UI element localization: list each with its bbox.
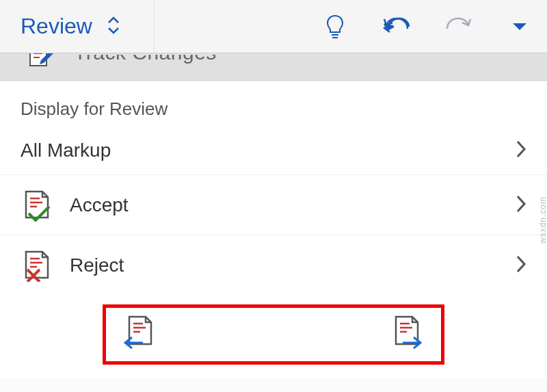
- track-changes-row[interactable]: Track Changes: [0, 53, 547, 81]
- track-changes-label: Track Changes: [74, 53, 217, 64]
- track-changes-icon: [27, 53, 55, 74]
- redo-button[interactable]: [444, 13, 472, 40]
- all-markup-row[interactable]: All Markup: [0, 127, 547, 174]
- undo-button[interactable]: [383, 13, 410, 40]
- next-change-button[interactable]: [390, 315, 423, 354]
- toolbar: Review: [0, 0, 547, 53]
- chevron-right-icon: [516, 254, 526, 276]
- watermark: wsxdn.com: [538, 196, 547, 244]
- ribbon-tab-label: Review: [21, 14, 92, 39]
- chevron-right-icon: [516, 140, 526, 161]
- accept-row[interactable]: Accept: [0, 174, 547, 235]
- more-dropdown-button[interactable]: [506, 13, 533, 40]
- nav-highlight-box: [0, 295, 547, 378]
- lightbulb-button[interactable]: [321, 13, 349, 40]
- svg-marker-2: [513, 23, 526, 30]
- reject-icon: [21, 249, 53, 282]
- display-for-review-label: Display for Review: [0, 81, 547, 127]
- chevron-up-down-icon: [106, 14, 121, 39]
- change-navigation: [103, 304, 444, 365]
- ribbon-tab-selector[interactable]: Review: [0, 0, 155, 53]
- all-markup-value: All Markup: [21, 140, 516, 161]
- chevron-right-icon: [516, 194, 526, 216]
- toolbar-actions: [155, 13, 547, 40]
- accept-icon: [21, 189, 53, 222]
- review-panel: Display for Review All Markup Accept: [0, 81, 547, 378]
- reject-label: Reject: [70, 254, 516, 276]
- reject-row[interactable]: Reject: [0, 235, 547, 295]
- accept-label: Accept: [70, 194, 516, 216]
- previous-change-button[interactable]: [124, 315, 157, 354]
